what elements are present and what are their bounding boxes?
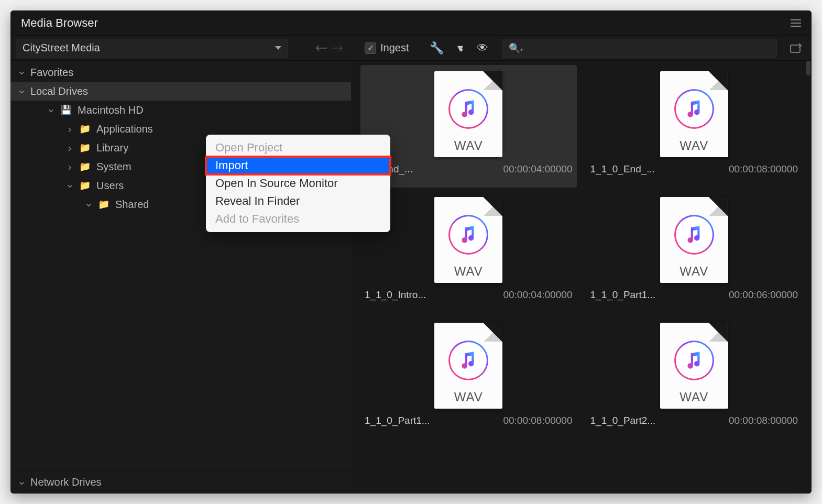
disclosure-icon[interactable] [66, 123, 73, 135]
sidebar: Favorites Local Drives 💾 Macintosh HD 📁 … [10, 61, 351, 494]
svg-rect-0 [791, 45, 800, 52]
media-browser-window: Media Browser CityStreet Media 🡐 🡒 ✓ Ing… [10, 10, 812, 494]
ingest-checkbox-icon[interactable]: ✓ [365, 42, 376, 54]
thumb-iconbox: WAV [424, 193, 513, 287]
thumb-iconbox: WAV [650, 193, 739, 287]
folder-icon: 📁 [79, 180, 91, 191]
thumb-meta: 1_1_0_Part2...00:00:08:00000 [586, 413, 803, 426]
file-thumb[interactable]: WAV1_1_0_Part2...00:00:08:00000 [586, 316, 803, 439]
tree-label: System [96, 161, 131, 173]
new-bin-icon[interactable] [788, 41, 803, 55]
context-menu: Open Project Import Open In Source Monit… [206, 135, 390, 232]
tree-favorites[interactable]: Favorites [10, 63, 351, 82]
scrollbar[interactable] [806, 61, 810, 75]
disclosure-icon[interactable] [18, 477, 25, 488]
tree-label: Users [96, 180, 124, 192]
ingest-label: Ingest [380, 42, 409, 54]
wav-file-icon: WAV [434, 197, 502, 283]
eye-icon[interactable]: 👁 [477, 41, 488, 55]
file-thumb[interactable]: WAV1_1_0_Part1...00:00:06:00000 [586, 191, 803, 313]
thumbnail-grid[interactable]: WAV_0_End_...00:00:04:00000WAV1_1_0_End_… [351, 61, 812, 494]
file-thumb[interactable]: WAV_0_End_...00:00:04:00000 [360, 65, 577, 188]
disclosure-icon[interactable] [85, 199, 92, 210]
music-note-icon [448, 89, 488, 129]
toolbar: CityStreet Media 🡐 🡒 ✓ Ingest 🔧 ▾▾ 👁 🔍▾ [10, 36, 812, 61]
ctx-add-to-favorites: Add to Favorites [206, 210, 390, 228]
wav-file-icon: WAV [434, 71, 502, 157]
wav-file-icon: WAV [660, 197, 728, 283]
tree-label: Favorites [30, 67, 73, 79]
file-duration: 00:00:08:00000 [503, 415, 572, 426]
panel-title: Media Browser [21, 16, 98, 30]
path-dropdown[interactable]: CityStreet Media [16, 39, 288, 58]
thumb-iconbox: WAV [424, 319, 513, 413]
file-name: 1_1_0_Part2... [590, 415, 656, 426]
disclosure-icon[interactable] [47, 105, 54, 115]
search-input[interactable]: 🔍▾ [502, 39, 777, 58]
thumb-meta: _0_End_...00:00:04:00000 [360, 161, 577, 175]
tree-network-drives[interactable]: Network Drives [10, 470, 351, 494]
file-name: 1_1_0_Intro... [365, 289, 426, 301]
file-duration: 00:00:08:00000 [729, 415, 798, 426]
thumb-meta: 1_1_0_Part1...00:00:08:00000 [360, 413, 577, 426]
tree-label: Network Drives [30, 476, 102, 488]
main-split: Favorites Local Drives 💾 Macintosh HD 📁 … [10, 61, 812, 494]
file-name: 1_1_0_End_... [590, 163, 655, 175]
file-thumb[interactable]: WAV1_1_0_End_...00:00:08:00000 [586, 65, 803, 188]
wav-file-icon: WAV [434, 323, 502, 409]
disclosure-icon[interactable] [18, 67, 25, 78]
nav-arrows: 🡐 🡒 [315, 41, 344, 56]
thumb-iconbox: WAV [650, 319, 739, 413]
file-duration: 00:00:06:00000 [729, 289, 798, 301]
file-ext-label: WAV [454, 138, 483, 153]
nav-back-icon[interactable]: 🡐 [315, 41, 328, 56]
file-ext-label: WAV [679, 138, 708, 153]
folder-tree: Favorites Local Drives 💾 Macintosh HD 📁 … [10, 61, 351, 470]
tree-label: Library [96, 142, 128, 154]
file-duration: 00:00:04:00000 [503, 289, 572, 301]
file-ext-label: WAV [679, 390, 708, 404]
tree-label: Applications [96, 123, 153, 135]
nav-forward-icon[interactable]: 🡒 [331, 41, 344, 56]
file-name: 1_1_0_Part1... [590, 289, 656, 301]
search-icon: 🔍▾ [509, 42, 523, 54]
thumb-meta: 1_1_0_Part1...00:00:06:00000 [586, 287, 803, 301]
thumb-iconbox: WAV [650, 67, 739, 161]
file-duration: 00:00:04:00000 [503, 163, 572, 175]
disclosure-icon[interactable] [66, 161, 73, 173]
file-name: 1_1_0_Part1... [365, 415, 430, 426]
tree-macintosh-hd[interactable]: 💾 Macintosh HD [10, 101, 351, 119]
titlebar: Media Browser [10, 10, 812, 36]
folder-icon: 📁 [97, 199, 110, 210]
folder-icon: 📁 [79, 143, 91, 153]
file-ext-label: WAV [454, 264, 483, 279]
chevron-down-icon [275, 46, 281, 50]
wav-file-icon: WAV [660, 71, 728, 157]
disclosure-icon[interactable] [66, 142, 73, 154]
ctx-reveal-in-finder[interactable]: Reveal In Finder [206, 192, 390, 210]
thumb-meta: 1_1_0_Intro...00:00:04:00000 [360, 287, 577, 301]
panel-menu-icon[interactable] [791, 19, 801, 27]
music-note-icon [674, 89, 714, 129]
ctx-open-source-monitor[interactable]: Open In Source Monitor [206, 174, 390, 192]
file-ext-label: WAV [679, 264, 708, 279]
wav-file-icon: WAV [660, 323, 728, 409]
ctx-open-project: Open Project [206, 139, 390, 157]
tree-label: Shared [115, 199, 149, 211]
filter-icon[interactable]: ▾▾ [457, 41, 463, 55]
ctx-import[interactable]: Import [206, 157, 390, 174]
path-dropdown-label: CityStreet Media [23, 42, 100, 54]
folder-icon: 📁 [79, 161, 91, 172]
disclosure-icon[interactable] [18, 86, 25, 96]
music-note-icon [448, 215, 488, 255]
file-ext-label: WAV [454, 390, 483, 404]
thumb-iconbox: WAV [424, 67, 513, 161]
wrench-icon[interactable]: 🔧 [430, 41, 444, 55]
tree-local-drives[interactable]: Local Drives [10, 82, 351, 101]
disclosure-icon[interactable] [66, 180, 73, 191]
music-note-icon [674, 215, 714, 255]
file-thumb[interactable]: WAV1_1_0_Part1...00:00:08:00000 [360, 316, 577, 439]
tree-label: Macintosh HD [78, 104, 144, 116]
file-thumb[interactable]: WAV1_1_0_Intro...00:00:04:00000 [360, 191, 577, 313]
ingest-toggle[interactable]: ✓ Ingest [365, 42, 409, 54]
